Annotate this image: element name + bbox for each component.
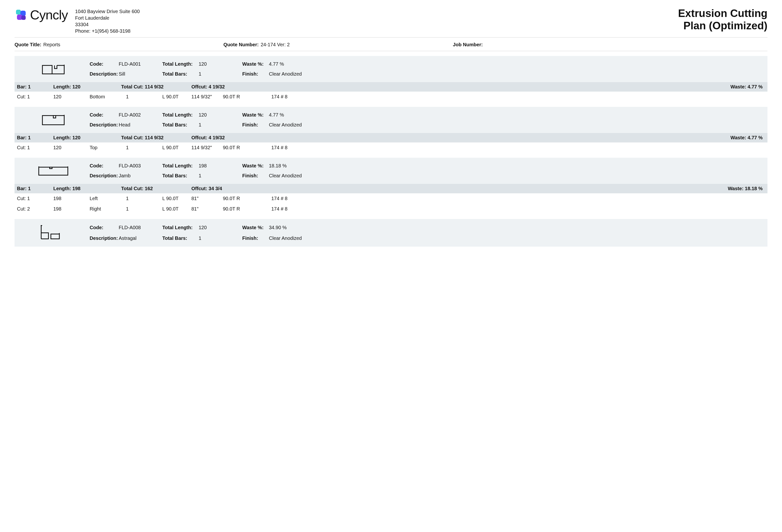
description-value: Head (119, 122, 162, 128)
report-header: Cyncly 1040 Bayview Drive Suite 600 Fort… (14, 7, 768, 38)
cut-row: Cut: 1120Bottom1L 90.0T114 9/32"90.0T R1… (14, 92, 768, 102)
total-bars-label: Total Bars: (162, 236, 199, 241)
bar-offcut: Offcut: 34 3/4 (191, 186, 274, 191)
svg-rect-3 (21, 15, 26, 20)
description-value: Sill (119, 71, 162, 77)
cut-ref: 174 # 8 (252, 94, 765, 100)
description-label: Description: (90, 173, 119, 179)
bar-total-cut: Total Cut: 114 9/32 (121, 84, 191, 90)
job-number-label: Job Number: (453, 42, 483, 47)
cut-row: Cut: 1120Top1L 90.0T114 9/32"90.0T R174 … (14, 142, 768, 153)
finish-label: Finish: (242, 122, 269, 128)
cut-row: Cut: 2198Right1L 90.0T81"90.0T R174 # 8 (14, 204, 768, 214)
cut-right-angle: 90.0T R (223, 145, 252, 150)
code-value: FLD-A008 (119, 225, 162, 230)
bar-summary-row: Bar: 1Length: 198Total Cut: 162Offcut: 3… (14, 184, 768, 193)
cut-left-angle: L 90.0T (162, 196, 191, 201)
total-bars-label: Total Bars: (162, 71, 199, 77)
profile-cross-section-icon (17, 113, 90, 127)
profile-cross-section-icon (17, 62, 90, 76)
cut-qty: 1 (126, 145, 162, 150)
description-label: Description: (90, 236, 119, 241)
bar-summary-row: Bar: 1Length: 120Total Cut: 114 9/32Offc… (14, 133, 768, 142)
cut-qty: 1 (126, 206, 162, 212)
waste-pct-value: 4.77 % (269, 61, 313, 67)
cut-ref: 174 # 8 (252, 206, 765, 212)
description-label: Description: (90, 71, 119, 77)
cut-row: Cut: 1198Left1L 90.0T81"90.0T R174 # 8 (14, 193, 768, 204)
bar-waste: Waste: 4.77 % (274, 84, 765, 90)
report-title-line-2: Plan (Optimized) (678, 20, 768, 32)
bar-offcut: Offcut: 4 19/32 (191, 84, 274, 90)
waste-pct-value: 4.77 % (269, 112, 313, 118)
bar-total-cut: Total Cut: 114 9/32 (121, 135, 191, 141)
code-label: Code: (90, 225, 119, 230)
code-label: Code: (90, 163, 119, 169)
waste-pct-label: Waste %: (242, 112, 269, 118)
svg-rect-0 (16, 10, 21, 14)
report-title-line-1: Extrusion Cutting (678, 7, 768, 20)
finish-value: Clear Anodized (269, 71, 313, 77)
profile-cross-section-icon (17, 164, 90, 178)
profile-header: Code:FLD-A003Total Length:198Waste %:18.… (14, 158, 768, 184)
cut-size: 81" (191, 206, 223, 212)
cut-stock-len: 120 (53, 145, 90, 150)
total-length-label: Total Length: (162, 163, 199, 169)
code-label: Code: (90, 112, 119, 118)
bar-waste: Waste: 18.18 % (274, 186, 765, 191)
brand-name: Cyncly (30, 7, 68, 22)
company-address: 1040 Bayview Drive Suite 600 Fort Lauder… (75, 8, 140, 34)
total-bars-value: 1 (199, 71, 242, 77)
total-bars-value: 1 (199, 236, 242, 241)
bar-summary-row: Bar: 1Length: 120Total Cut: 114 9/32Offc… (14, 82, 768, 92)
cut-stock-len: 120 (53, 94, 90, 100)
cut-ref: 174 # 8 (252, 145, 765, 150)
meta-row: Quote Title: Reports Quote Number: 24-17… (14, 38, 768, 51)
address-line-1: 1040 Bayview Drive Suite 600 (75, 8, 140, 15)
profile-cross-section-icon (17, 224, 90, 241)
bar-num: Bar: 1 (17, 186, 53, 191)
profile-header: Code:FLD-A002Total Length:120Waste %:4.7… (14, 107, 768, 133)
finish-value: Clear Anodized (269, 236, 313, 241)
waste-pct-value: 18.18 % (269, 163, 313, 169)
total-bars-value: 1 (199, 173, 242, 179)
finish-label: Finish: (242, 71, 269, 77)
profile-header: Code:FLD-A008Total Length:120Waste %:34.… (14, 219, 768, 247)
waste-pct-label: Waste %: (242, 163, 269, 169)
cut-qty: 1 (126, 94, 162, 100)
quote-number: Quote Number: 24-174 Ver: 2 (223, 42, 290, 47)
finish-label: Finish: (242, 173, 269, 179)
waste-pct-value: 34.90 % (269, 225, 313, 230)
total-length-label: Total Length: (162, 61, 199, 67)
cut-ref: 174 # 8 (252, 196, 765, 201)
cut-qty: 1 (126, 196, 162, 201)
cut-num: Cut: 1 (17, 94, 53, 100)
total-bars-label: Total Bars: (162, 173, 199, 179)
description-label: Description: (90, 122, 119, 128)
code-value: FLD-A001 (119, 61, 162, 67)
profile-section: Code:FLD-A008Total Length:120Waste %:34.… (14, 219, 768, 247)
cut-size: 114 9/32" (191, 145, 223, 150)
cut-right-angle: 90.0T R (223, 206, 252, 212)
profile-header: Code:FLD-A001Total Length:120Waste %:4.7… (14, 56, 768, 82)
bar-waste: Waste: 4.77 % (274, 135, 765, 141)
address-line-2: Fort Lauderdale (75, 15, 140, 21)
total-length-label: Total Length: (162, 112, 199, 118)
bar-length: Length: 198 (53, 186, 121, 191)
profile-section: Code:FLD-A002Total Length:120Waste %:4.7… (14, 107, 768, 153)
cut-left-angle: L 90.0T (162, 145, 191, 150)
waste-pct-label: Waste %: (242, 61, 269, 67)
cut-num: Cut: 1 (17, 145, 53, 150)
cut-num: Cut: 2 (17, 206, 53, 212)
cut-position: Left (90, 196, 126, 201)
cut-position: Right (90, 206, 126, 212)
cut-num: Cut: 1 (17, 196, 53, 201)
cut-right-angle: 90.0T R (223, 196, 252, 201)
bar-num: Bar: 1 (17, 84, 53, 90)
quote-title-value: Reports (43, 42, 60, 47)
total-length-value: 120 (199, 61, 242, 67)
total-bars-label: Total Bars: (162, 122, 199, 128)
address-phone: Phone: +1(954) 568-3198 (75, 28, 140, 34)
total-bars-value: 1 (199, 122, 242, 128)
cut-stock-len: 198 (53, 196, 90, 201)
